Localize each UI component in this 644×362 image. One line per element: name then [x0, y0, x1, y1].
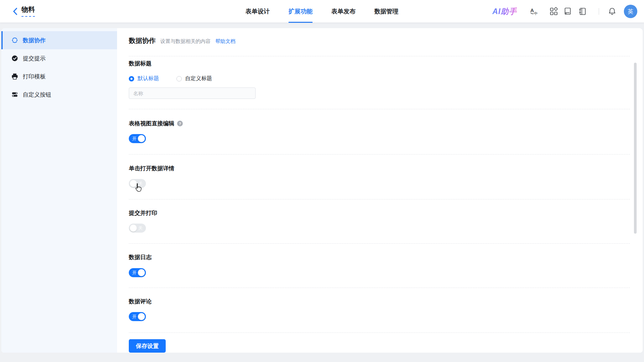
sidebar-item-label: 打印模板 [23, 73, 46, 80]
title-mode-radio-group: 默认标题 自定义标题 [129, 75, 212, 82]
form-title[interactable]: 物料 [21, 5, 35, 17]
collaboration-icon [11, 37, 18, 44]
page-title: 数据协作 [129, 36, 156, 45]
ai-assistant-button[interactable]: AI助手 [492, 6, 517, 17]
save-settings-button[interactable]: 保存设置 [129, 339, 166, 353]
back-button[interactable] [12, 7, 18, 15]
section-divider [129, 56, 630, 56]
settings-panel: 数据协作 设置与数据相关的内容 帮助文档 数据标题 默认标题 自定义标题 表格视… [117, 28, 643, 353]
toggle-state-label: 关 [138, 225, 143, 231]
custom-button-icon [11, 91, 18, 98]
sidebar-item-print-template[interactable]: 打印模板 [1, 67, 117, 85]
click-open-detail-toggle[interactable]: 关 [129, 179, 146, 188]
main-tabs: 表单设计 扩展功能 表单发布 数据管理 [246, 0, 398, 23]
submit-and-print-toggle[interactable]: 关 [129, 224, 146, 233]
content-card: 数据协作 提交提示 打印模板 自定义按钮 [1, 28, 643, 353]
toggle-knob [138, 135, 145, 142]
table-inline-edit-heading: 表格视图直接编辑 ? [129, 120, 183, 127]
toggle-state-label: 开 [132, 136, 137, 142]
toggle-state-label: 开 [132, 314, 137, 320]
tab-extended-features[interactable]: 扩展功能 [288, 0, 313, 23]
toggle-knob [138, 269, 145, 276]
data-title-section-heading: 数据标题 [129, 60, 152, 67]
sidebar-item-label: 自定义按钮 [23, 91, 51, 99]
tab-form-design[interactable]: 表单设计 [246, 0, 270, 23]
top-bar: 物料 表单设计 扩展功能 表单发布 数据管理 AI助手 A 中 [0, 0, 644, 23]
toggle-knob [130, 180, 137, 187]
radio-unselected-icon [176, 76, 182, 81]
sidebar-item-label: 提交提示 [23, 55, 46, 62]
section-divider [129, 199, 630, 199]
toggle-knob [130, 225, 137, 232]
check-circle-icon [11, 55, 18, 62]
printer-icon [11, 73, 18, 80]
section-divider [129, 109, 630, 109]
user-avatar[interactable]: 英 [624, 5, 637, 18]
data-log-toggle[interactable]: 开 [129, 268, 146, 277]
header-divider [599, 8, 599, 15]
title-name-input[interactable] [129, 87, 256, 99]
chevron-left-icon [12, 7, 18, 15]
toggle-knob [138, 313, 145, 320]
section-title-text: 表格视图直接编辑 [129, 120, 174, 127]
radio-custom-title[interactable]: 自定义标题 [176, 75, 212, 82]
click-open-detail-heading: 单击打开数据详情 [129, 165, 174, 172]
data-comment-toggle[interactable]: 开 [129, 312, 146, 321]
section-divider [129, 243, 630, 244]
bell-icon[interactable] [608, 7, 616, 16]
data-comment-heading: 数据评论 [129, 298, 152, 305]
help-doc-link[interactable]: 帮助文档 [215, 38, 235, 45]
section-divider [129, 333, 630, 333]
panel-header: 数据协作 设置与数据相关的内容 帮助文档 [129, 36, 235, 45]
tab-form-publish[interactable]: 表单发布 [331, 0, 356, 23]
section-divider [129, 288, 630, 288]
section-divider [129, 154, 630, 155]
tab-data-management[interactable]: 数据管理 [374, 0, 398, 23]
changelog-icon[interactable] [578, 7, 587, 16]
radio-label: 自定义标题 [185, 75, 212, 82]
radio-label: 默认标题 [138, 75, 159, 82]
svg-text:A: A [530, 7, 534, 13]
submit-and-print-heading: 提交并打印 [129, 209, 157, 217]
sidebar-item-data-collaboration[interactable]: 数据协作 [1, 31, 117, 49]
svg-text:中: 中 [534, 11, 538, 15]
radio-selected-icon [129, 76, 134, 81]
apps-grid-icon[interactable] [549, 7, 558, 16]
sidebar-item-submit-prompt[interactable]: 提交提示 [1, 49, 117, 67]
sidebar-item-custom-button[interactable]: 自定义按钮 [1, 85, 117, 104]
page-subtitle: 设置与数据相关的内容 [160, 38, 211, 45]
book-icon[interactable] [564, 7, 572, 16]
settings-sidebar: 数据协作 提交提示 打印模板 自定义按钮 [1, 28, 117, 353]
data-log-heading: 数据日志 [129, 253, 152, 261]
sidebar-item-label: 数据协作 [23, 37, 46, 44]
scrollbar-thumb[interactable] [634, 63, 637, 234]
translate-icon[interactable]: A 中 [529, 7, 538, 16]
radio-default-title[interactable]: 默认标题 [129, 75, 159, 82]
table-inline-edit-toggle[interactable]: 开 [129, 134, 146, 143]
toggle-state-label: 开 [132, 270, 137, 276]
toggle-state-label: 关 [138, 181, 143, 187]
help-icon[interactable]: ? [177, 121, 183, 126]
